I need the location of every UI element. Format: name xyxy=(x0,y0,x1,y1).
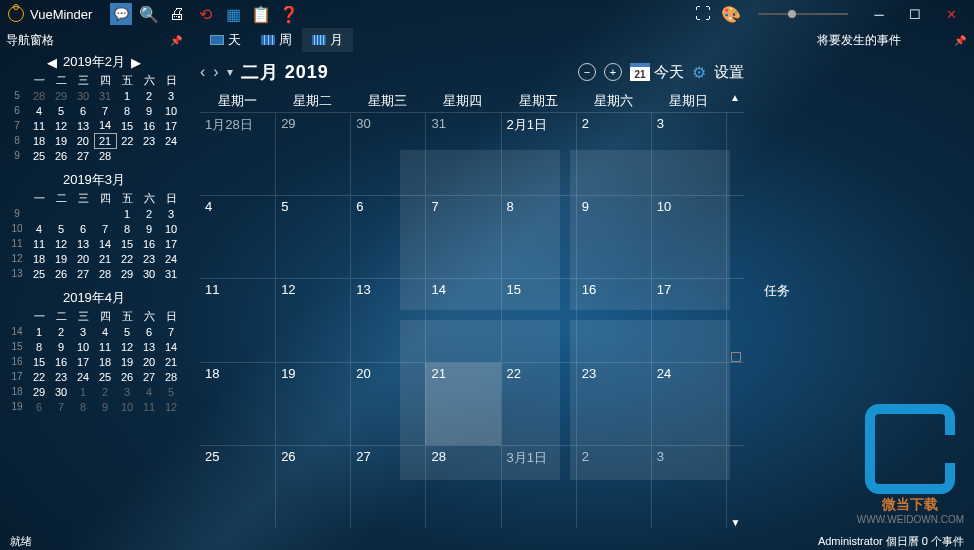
gear-icon[interactable]: ⚙ xyxy=(692,63,706,82)
calendar-cell[interactable]: 5 xyxy=(275,196,350,278)
mini-day[interactable] xyxy=(28,206,50,221)
mini-day[interactable]: 14 xyxy=(94,236,116,251)
mini-day[interactable]: 24 xyxy=(160,251,182,266)
mini-day[interactable] xyxy=(72,206,94,221)
mini-day[interactable]: 23 xyxy=(138,133,160,148)
calendar-cell[interactable]: 6 xyxy=(350,196,425,278)
mini-prev-icon[interactable]: ◀ xyxy=(47,55,57,70)
mini-day[interactable]: 30 xyxy=(50,384,72,399)
mini-day[interactable]: 17 xyxy=(160,236,182,251)
mini-day[interactable]: 20 xyxy=(72,251,94,266)
zoom-in-button[interactable]: + xyxy=(604,63,622,81)
mini-day[interactable]: 17 xyxy=(160,118,182,133)
mini-day[interactable]: 21 xyxy=(94,133,116,148)
mini-day[interactable]: 9 xyxy=(138,221,160,236)
calendar-cell[interactable]: 10 xyxy=(651,196,726,278)
mini-day[interactable]: 8 xyxy=(72,399,94,414)
chat-icon[interactable]: 💬 xyxy=(110,3,132,25)
mini-day[interactable]: 31 xyxy=(160,266,182,281)
calendar-cell[interactable]: 3 xyxy=(651,113,726,195)
calendar-cell[interactable]: 27 xyxy=(350,446,425,528)
mini-day[interactable]: 21 xyxy=(94,251,116,266)
calendar-cell[interactable]: 9 xyxy=(576,196,651,278)
mini-day[interactable]: 15 xyxy=(28,354,50,369)
mini-day[interactable]: 1 xyxy=(72,384,94,399)
mini-day[interactable]: 8 xyxy=(116,221,138,236)
mini-day[interactable]: 2 xyxy=(138,206,160,221)
clipboard-icon[interactable]: 📋 xyxy=(250,3,272,25)
calendar-cell[interactable]: 15 xyxy=(501,279,576,361)
mini-day[interactable]: 4 xyxy=(28,103,50,118)
mini-day[interactable]: 26 xyxy=(116,369,138,384)
mini-day[interactable]: 14 xyxy=(160,339,182,354)
mini-day[interactable]: 9 xyxy=(94,399,116,414)
mini-day[interactable]: 4 xyxy=(94,324,116,339)
week-marker-icon[interactable] xyxy=(731,352,741,362)
calendar-cell[interactable]: 24 xyxy=(651,363,726,445)
mini-day[interactable]: 1 xyxy=(28,324,50,339)
calendar-cell[interactable]: 18 xyxy=(200,363,275,445)
calendar-cell[interactable]: 19 xyxy=(275,363,350,445)
color-icon[interactable]: 🎨 xyxy=(720,3,742,25)
calendar-cell[interactable]: 7 xyxy=(425,196,500,278)
mini-day[interactable]: 6 xyxy=(72,103,94,118)
mini-day[interactable]: 16 xyxy=(50,354,72,369)
zoom-out-button[interactable]: − xyxy=(578,63,596,81)
mini-day[interactable]: 6 xyxy=(72,221,94,236)
mini-day[interactable]: 20 xyxy=(72,133,94,148)
mini-day[interactable]: 1 xyxy=(116,88,138,103)
mini-day[interactable]: 28 xyxy=(94,148,116,163)
mini-day[interactable]: 15 xyxy=(116,236,138,251)
next-month-button[interactable]: › xyxy=(213,63,218,81)
scroll-up-icon[interactable]: ▲ xyxy=(726,92,744,112)
mini-day[interactable] xyxy=(138,148,160,163)
calendar-cell[interactable]: 29 xyxy=(275,113,350,195)
mini-day[interactable]: 19 xyxy=(116,354,138,369)
calendar-cell[interactable]: 20 xyxy=(350,363,425,445)
mini-day[interactable]: 9 xyxy=(138,103,160,118)
mini-day[interactable]: 3 xyxy=(160,88,182,103)
search-icon[interactable]: 🔍 xyxy=(138,3,160,25)
help-icon[interactable]: ❓ xyxy=(278,3,300,25)
pin-icon[interactable]: 📌 xyxy=(170,35,182,46)
scroll-down-icon[interactable]: ▼ xyxy=(726,446,744,528)
mini-day[interactable]: 5 xyxy=(160,384,182,399)
mini-day[interactable]: 7 xyxy=(160,324,182,339)
mini-day[interactable]: 29 xyxy=(50,88,72,103)
mini-next-icon[interactable]: ▶ xyxy=(131,55,141,70)
settings-button[interactable]: 设置 xyxy=(714,63,744,82)
mini-day[interactable]: 1 xyxy=(116,206,138,221)
mini-day[interactable]: 8 xyxy=(28,339,50,354)
calendar-cell[interactable]: 23 xyxy=(576,363,651,445)
maximize-button[interactable]: ☐ xyxy=(900,7,930,22)
mini-day[interactable]: 5 xyxy=(50,103,72,118)
mini-day[interactable]: 18 xyxy=(94,354,116,369)
calendar-cell[interactable]: 1月28日 xyxy=(200,113,275,195)
mini-day[interactable]: 10 xyxy=(72,339,94,354)
mini-day[interactable]: 21 xyxy=(160,354,182,369)
mini-day[interactable]: 23 xyxy=(50,369,72,384)
sync-icon[interactable]: ⟲ xyxy=(194,3,216,25)
calendar-cell[interactable]: 25 xyxy=(200,446,275,528)
mini-day[interactable]: 19 xyxy=(50,251,72,266)
mini-day[interactable]: 7 xyxy=(50,399,72,414)
mini-day[interactable]: 25 xyxy=(28,266,50,281)
mini-day[interactable]: 24 xyxy=(160,133,182,148)
mini-day[interactable]: 29 xyxy=(28,384,50,399)
calendar-cell[interactable]: 31 xyxy=(425,113,500,195)
calendar-cell[interactable]: 26 xyxy=(275,446,350,528)
mini-day[interactable] xyxy=(50,206,72,221)
mini-day[interactable]: 12 xyxy=(50,236,72,251)
mini-day[interactable]: 10 xyxy=(116,399,138,414)
opacity-slider[interactable] xyxy=(758,13,848,15)
mini-day[interactable]: 7 xyxy=(94,221,116,236)
calendar-cell[interactable]: 28 xyxy=(425,446,500,528)
mini-day[interactable]: 13 xyxy=(72,236,94,251)
mini-day[interactable]: 17 xyxy=(72,354,94,369)
mini-day[interactable]: 3 xyxy=(72,324,94,339)
mini-day[interactable]: 12 xyxy=(50,118,72,133)
calendar-cell[interactable]: 13 xyxy=(350,279,425,361)
mini-day[interactable]: 28 xyxy=(94,266,116,281)
mini-day[interactable]: 27 xyxy=(138,369,160,384)
calendar-cell[interactable]: 4 xyxy=(200,196,275,278)
